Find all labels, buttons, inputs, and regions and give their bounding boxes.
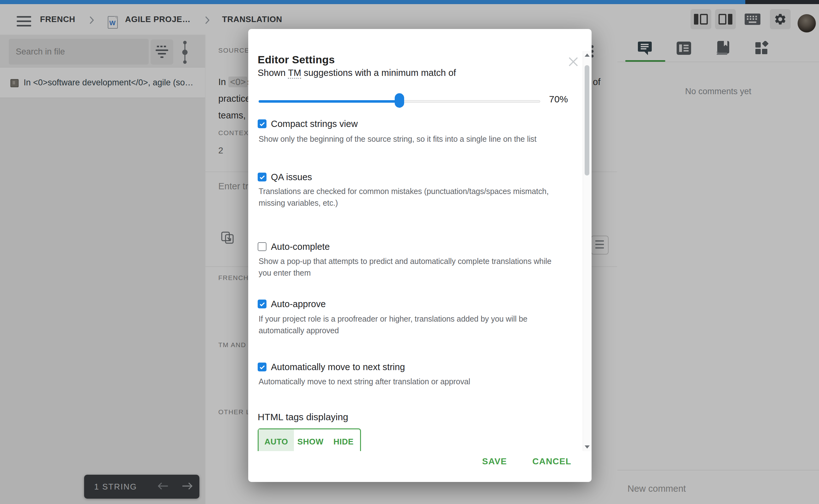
setting-label: Auto-complete	[271, 242, 330, 252]
segment-hide[interactable]: HIDE	[327, 429, 360, 451]
segment-auto[interactable]: AUTO	[259, 429, 294, 451]
checkbox-qa-issues[interactable]	[258, 173, 266, 181]
tm-match-slider-thumb[interactable]	[395, 93, 404, 108]
setting-label: Auto-approve	[271, 299, 326, 309]
setting-description: If your project role is a proofreader or…	[259, 313, 527, 336]
checkbox-auto-move-next[interactable]	[258, 363, 266, 371]
html-tags-segmented-control: AUTO SHOW HIDE	[258, 428, 361, 451]
checkbox-compact-strings[interactable]	[258, 119, 266, 128]
close-icon[interactable]	[568, 56, 579, 69]
modal-scrollbar[interactable]	[583, 51, 591, 451]
setting-description: Show a pop-up that attempts to predict a…	[259, 255, 552, 279]
tm-abbr: TM	[288, 68, 301, 79]
segment-show[interactable]: SHOW	[294, 429, 327, 451]
scroll-down-icon[interactable]	[585, 445, 590, 449]
html-tags-label: HTML tags displaying	[258, 412, 348, 422]
setting-label: QA issues	[271, 172, 312, 182]
setting-description: Show only the beginning of the source st…	[259, 133, 536, 145]
editor-settings-modal: Editor Settings Shown TM suggestions wit…	[248, 29, 592, 482]
tm-match-label: Shown TM suggestions with a minimum matc…	[258, 68, 456, 78]
cancel-button[interactable]: CANCEL	[524, 456, 580, 467]
setting-label: Compact strings view	[271, 119, 358, 129]
scroll-up-icon[interactable]	[585, 54, 590, 57]
setting-description: Automatically move to next string after …	[259, 376, 470, 387]
tm-match-value: 70%	[540, 94, 568, 105]
setting-label: Automatically move to next string	[271, 362, 405, 372]
html-tags-segmented-clip: AUTO SHOW HIDE	[258, 428, 390, 451]
checkbox-auto-complete[interactable]	[258, 242, 266, 251]
save-button[interactable]: SAVE	[473, 456, 517, 467]
editor-screen: FRENCH W AGILE PROJE… TRANSLATION	[0, 0, 819, 504]
modal-title: Editor Settings	[258, 54, 335, 66]
tm-match-slider-fill	[259, 100, 399, 103]
setting-description: Translations are checked for common mist…	[259, 186, 549, 209]
scrollbar-thumb[interactable]	[585, 65, 589, 175]
checkbox-auto-approve[interactable]	[258, 300, 266, 308]
